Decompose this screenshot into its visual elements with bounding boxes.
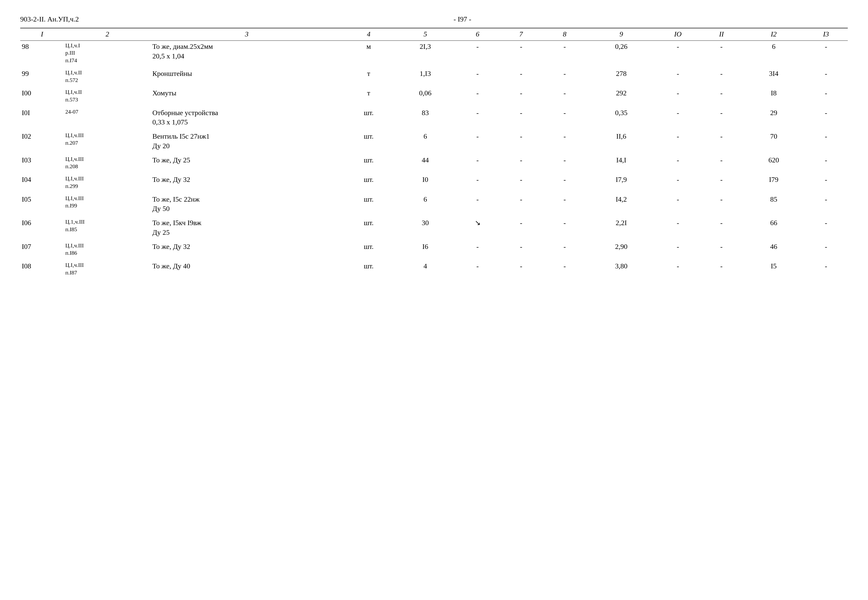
table-row: 99Ц.I,ч.IIп.572Кронштейныт1,I3---278--3I…	[20, 68, 848, 85]
table-cell: Кронштейны	[151, 68, 343, 85]
table-cell: I03	[20, 154, 64, 171]
table-cell: Ц.1,ч.IIIп.I85	[64, 217, 151, 238]
table-cell: -	[456, 241, 499, 258]
table-row: 98Ц.I,ч.Iр.IIIп.I74То же, диам.25х2мм20,…	[20, 41, 848, 65]
table-cell: -	[656, 260, 700, 277]
table-cell: I0	[395, 174, 456, 191]
table-cell: -	[543, 194, 586, 215]
table-row: I07Ц.I,ч.IIIп.I86То же, Ду 32шт.I6---2,9…	[20, 241, 848, 258]
table-cell: т	[342, 68, 395, 85]
table-cell: I02	[20, 130, 64, 152]
table-row: I08Ц.I,ч.IIIп.I87То же, Ду 40шт.4---3,80…	[20, 260, 848, 277]
table-cell: -	[700, 41, 743, 65]
table-cell: -	[543, 217, 586, 238]
table-cell: -	[543, 174, 586, 191]
table-cell: -	[804, 217, 848, 238]
table-cell: -	[499, 174, 543, 191]
table-cell: I0I	[20, 107, 64, 128]
table-row: I03Ц.I,ч.IIIп.208То же, Ду 25шт.44---I4,…	[20, 154, 848, 171]
table-cell: I05	[20, 194, 64, 215]
spacer-row	[20, 191, 848, 194]
table-cell: -	[456, 174, 499, 191]
table-cell: 3,80	[586, 260, 656, 277]
col-header-1: I	[20, 28, 64, 41]
table-cell: -	[656, 130, 700, 152]
table-cell: 278	[586, 68, 656, 85]
table-cell: -	[499, 87, 543, 104]
table-cell: I8	[743, 87, 804, 104]
table-cell: I79	[743, 174, 804, 191]
table-cell: шт.	[342, 241, 395, 258]
table-cell: 83	[395, 107, 456, 128]
table-cell: -	[804, 68, 848, 85]
col-header-10: IO	[656, 28, 700, 41]
table-cell: -	[804, 154, 848, 171]
doc-ref-left: 903-2-II. Ан.УП,ч.2	[20, 15, 79, 23]
doc-ref-right	[846, 15, 848, 23]
table-cell: -	[499, 130, 543, 152]
table-cell: Ц.I,ч.IIп.572	[64, 68, 151, 85]
table-cell: -	[543, 87, 586, 104]
col-header-6: 6	[456, 28, 499, 41]
table-cell: То же, диам.25х2мм20,5 х 1,04	[151, 41, 343, 65]
table-cell: 24-07	[64, 107, 151, 128]
table-cell: 6	[743, 41, 804, 65]
table-cell: -	[543, 41, 586, 65]
spacer-row	[20, 238, 848, 241]
table-cell: ↘	[456, 217, 499, 238]
table-cell: -	[700, 154, 743, 171]
table-cell: Ц.I,ч.Iр.IIIп.I74	[64, 41, 151, 65]
table-cell: шт.	[342, 217, 395, 238]
table-cell: 2I,3	[395, 41, 456, 65]
table-cell: I6	[395, 241, 456, 258]
table-cell: 2,90	[586, 241, 656, 258]
table-cell: 85	[743, 194, 804, 215]
table-cell: -	[543, 130, 586, 152]
table-cell: I5	[743, 260, 804, 277]
table-cell: 4	[395, 260, 456, 277]
table-cell: -	[804, 107, 848, 128]
col-header-2: 2	[64, 28, 151, 41]
table-cell: Ц.I,ч.IIп.573	[64, 87, 151, 104]
table-cell: -	[499, 41, 543, 65]
spacer-row	[20, 85, 848, 87]
table-cell: -	[499, 107, 543, 128]
table-cell: -	[456, 107, 499, 128]
table-cell: -	[700, 87, 743, 104]
doc-page-center: - I97 -	[453, 15, 471, 23]
col-header-3: 3	[151, 28, 343, 41]
table-cell: 0,35	[586, 107, 656, 128]
table-cell: Ц.I,ч.IIIп.208	[64, 154, 151, 171]
table-cell: -	[656, 68, 700, 85]
col-header-5: 5	[395, 28, 456, 41]
table-cell: 46	[743, 241, 804, 258]
table-cell: т	[342, 87, 395, 104]
table-cell: Ц.I,ч.IIIп.I99	[64, 194, 151, 215]
table-cell: шт.	[342, 130, 395, 152]
spacer-row	[20, 105, 848, 107]
document-header: 903-2-II. Ан.УП,ч.2 - I97 -	[20, 15, 848, 23]
table-cell: 6	[395, 130, 456, 152]
table-cell: -	[499, 260, 543, 277]
col-header-11: II	[700, 28, 743, 41]
table-cell: -	[656, 107, 700, 128]
table-cell: -	[656, 194, 700, 215]
col-header-8: 8	[543, 28, 586, 41]
table-cell: -	[499, 154, 543, 171]
table-cell: Вентиль I5с 27нж1Ду 20	[151, 130, 343, 152]
table-cell: шт.	[342, 174, 395, 191]
spacer-row	[20, 171, 848, 174]
table-cell: II,6	[586, 130, 656, 152]
table-cell: То же, I5с 22нжДу 50	[151, 194, 343, 215]
spacer-row	[20, 215, 848, 217]
table-cell: -	[656, 87, 700, 104]
table-cell: I06	[20, 217, 64, 238]
spacer-row	[20, 65, 848, 68]
col-header-9: 9	[586, 28, 656, 41]
table-cell: -	[804, 41, 848, 65]
table-cell: 620	[743, 154, 804, 171]
spacer-row	[20, 277, 848, 280]
table-cell: -	[499, 241, 543, 258]
table-cell: -	[700, 260, 743, 277]
table-cell: шт.	[342, 154, 395, 171]
